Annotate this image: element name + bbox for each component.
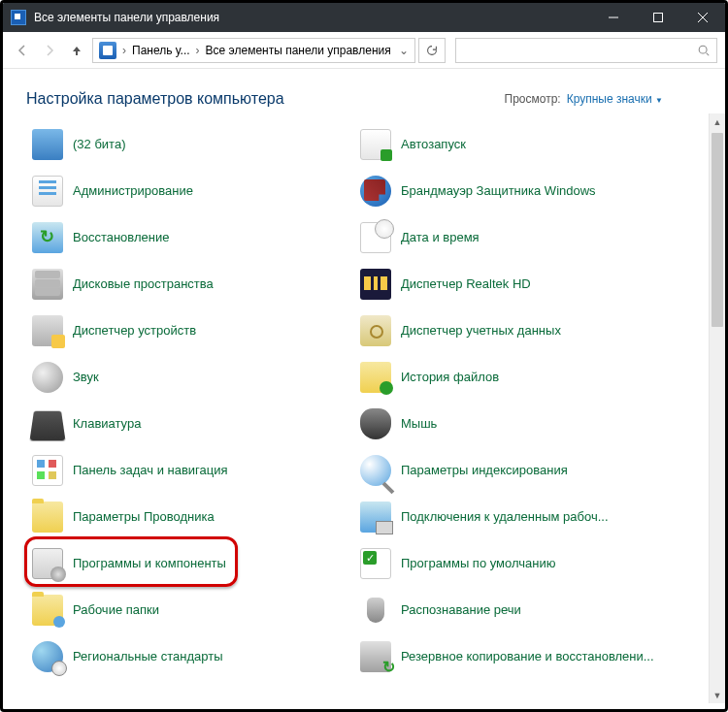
region-icon xyxy=(32,641,63,672)
item-device-manager[interactable]: Диспетчер устройств xyxy=(30,307,358,354)
item-backup[interactable]: Резервное копирование и восстановлени... xyxy=(358,633,686,680)
item-default-programs[interactable]: Программы по умолчанию xyxy=(358,540,686,587)
svg-point-4 xyxy=(699,46,707,53)
viewby-dropdown[interactable]: Крупные значки ▼ xyxy=(567,92,663,106)
default-programs-icon xyxy=(360,548,391,579)
nav-back-button[interactable] xyxy=(11,39,34,62)
item-sound[interactable]: Звук xyxy=(30,354,358,401)
item-mouse[interactable]: Мышь xyxy=(358,401,686,447)
item-label: Программы по умолчанию xyxy=(401,556,555,571)
content-header: Настройка параметров компьютера Просмотр… xyxy=(3,69,725,113)
view-by: Просмотр: Крупные значки ▼ xyxy=(505,90,702,106)
maximize-button[interactable] xyxy=(636,3,680,32)
item-label: История файлов xyxy=(401,370,499,385)
autoplay-icon xyxy=(360,129,391,160)
viewby-label: Просмотр: xyxy=(505,92,561,106)
chevron-right-icon: › xyxy=(120,44,128,57)
item-label: Программы и компоненты xyxy=(73,556,226,571)
svg-line-5 xyxy=(707,52,710,55)
odbc-icon xyxy=(32,129,63,160)
item-indexing[interactable]: Параметры индексирования xyxy=(358,447,686,494)
remote-desktop-icon xyxy=(360,502,391,533)
item-remote-desktop[interactable]: Подключения к удаленным рабоч... xyxy=(358,494,686,540)
backup-icon xyxy=(360,641,391,672)
mouse-icon xyxy=(360,408,391,439)
item-label: Брандмауэр Защитника Windows xyxy=(401,183,596,199)
item-label: Диспетчер устройств xyxy=(73,323,196,339)
item-realtek[interactable]: Диспетчер Realtek HD xyxy=(358,261,686,307)
chevron-right-icon: › xyxy=(194,44,202,57)
control-panel-icon xyxy=(99,42,116,59)
vertical-scrollbar[interactable]: ▲ ▼ xyxy=(709,113,725,703)
window-title: Все элементы панели управления xyxy=(34,11,219,24)
realtek-icon xyxy=(360,269,391,300)
address-bar[interactable]: › Панель у... › Все элементы панели упра… xyxy=(92,38,415,63)
programs-features-icon xyxy=(32,548,63,579)
item-speech[interactable]: Распознавание речи xyxy=(358,587,686,633)
item-label: Дата и время xyxy=(401,230,480,245)
item-label: Распознавание речи xyxy=(401,602,521,618)
item-explorer-options[interactable]: Параметры Проводника xyxy=(30,494,358,540)
item-label: Диспетчер учетных данных xyxy=(401,323,561,339)
item-label: Параметры Проводника xyxy=(73,509,215,525)
control-panel-icon xyxy=(11,10,26,25)
item-label: Региональные стандарты xyxy=(73,649,222,664)
svg-rect-1 xyxy=(654,14,663,22)
item-recovery[interactable]: Восстановление xyxy=(30,214,358,261)
admin-tools-icon xyxy=(32,176,63,207)
item-label: Мышь xyxy=(401,416,437,432)
item-date-time[interactable]: Дата и время xyxy=(358,214,686,261)
item-programs-features[interactable]: Программы и компоненты xyxy=(30,540,358,587)
item-label: (32 бита) xyxy=(73,137,125,152)
nav-up-button[interactable] xyxy=(65,39,88,62)
chevron-down-icon: ▼ xyxy=(655,96,663,105)
item-label: Параметры индексирования xyxy=(401,463,568,478)
item-label: Дисковые пространства xyxy=(73,276,214,292)
item-label: Клавиатура xyxy=(73,416,141,432)
taskbar-icon xyxy=(32,455,63,486)
breadcrumb-root[interactable]: Панель у... xyxy=(128,44,194,57)
item-credential-manager[interactable]: Диспетчер учетных данных xyxy=(358,307,686,354)
nav-row: › Панель у... › Все элементы панели упра… xyxy=(3,32,725,69)
breadcrumb-current[interactable]: Все элементы панели управления xyxy=(202,44,395,57)
items-grid: (32 бита) Автозапуск Администрирование Б… xyxy=(3,113,725,688)
item-admin-tools[interactable]: Администрирование xyxy=(30,168,358,214)
item-keyboard[interactable]: Клавиатура xyxy=(30,401,358,447)
minimize-button[interactable] xyxy=(591,3,636,32)
item-label: Резервное копирование и восстановлени... xyxy=(401,649,654,664)
sound-icon xyxy=(32,362,63,393)
item-region[interactable]: Региональные стандарты xyxy=(30,633,358,680)
search-input[interactable] xyxy=(455,38,717,63)
work-folders-icon xyxy=(32,595,63,626)
indexing-icon xyxy=(360,455,391,486)
item-autoplay[interactable]: Автозапуск xyxy=(358,121,686,168)
item-work-folders[interactable]: Рабочие папки xyxy=(30,587,358,633)
credential-manager-icon xyxy=(360,315,391,346)
item-32bit[interactable]: (32 бита) xyxy=(30,121,358,168)
firewall-icon xyxy=(360,176,391,207)
close-button[interactable] xyxy=(680,3,725,32)
page-title: Настройка параметров компьютера xyxy=(26,90,505,108)
item-label: Звук xyxy=(73,370,99,385)
refresh-button[interactable] xyxy=(418,38,446,63)
scroll-thumb[interactable] xyxy=(711,133,723,327)
window-frame: Все элементы панели управления › Панель … xyxy=(0,0,728,712)
item-label: Рабочие папки xyxy=(73,602,159,618)
item-label: Диспетчер Realtek HD xyxy=(401,276,531,292)
titlebar: Все элементы панели управления xyxy=(3,3,725,32)
item-firewall[interactable]: Брандмауэр Защитника Windows xyxy=(358,168,686,214)
item-taskbar[interactable]: Панель задач и навигация xyxy=(30,447,358,494)
recovery-icon xyxy=(32,222,63,253)
item-label: Автозапуск xyxy=(401,137,466,152)
item-file-history[interactable]: История файлов xyxy=(358,354,686,401)
scroll-up-button[interactable]: ▲ xyxy=(710,113,725,130)
folder-options-icon xyxy=(32,502,63,533)
item-label: Панель задач и навигация xyxy=(73,463,228,478)
chevron-down-icon[interactable]: ⌄ xyxy=(395,44,413,57)
content-area: (32 бита) Автозапуск Администрирование Б… xyxy=(3,113,725,703)
date-time-icon xyxy=(360,222,391,253)
keyboard-icon xyxy=(29,411,65,441)
item-storage-spaces[interactable]: Дисковые пространства xyxy=(30,261,358,307)
scroll-down-button[interactable]: ▼ xyxy=(710,687,725,703)
nav-forward-button[interactable] xyxy=(38,39,61,62)
